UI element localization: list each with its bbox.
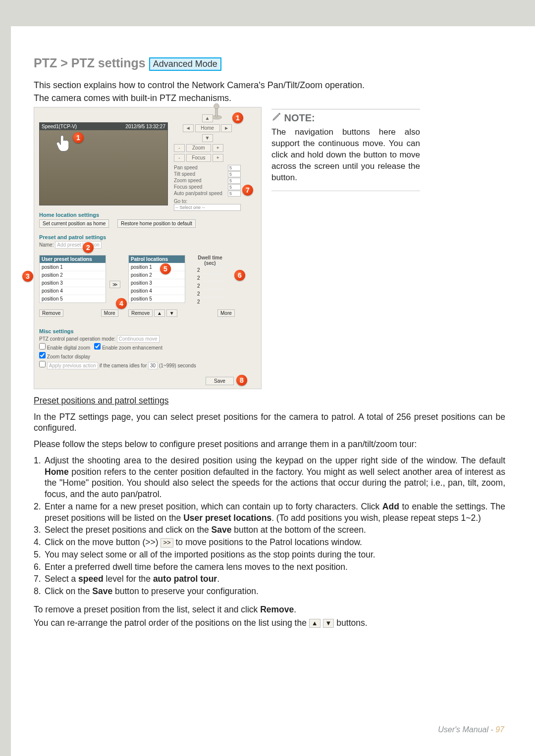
- preset-remove-button[interactable]: Remove: [39, 309, 63, 317]
- auto-speed-select[interactable]: 5: [228, 191, 241, 197]
- reorder-note-before: You can re-arrange the patrol order of t…: [34, 618, 309, 628]
- patrol-header: Patrol locations: [129, 255, 185, 263]
- list-item[interactable]: position 4: [129, 287, 185, 295]
- zoom-speed-label: Zoom speed: [174, 178, 202, 184]
- zoom-in-button[interactable]: +: [213, 144, 223, 152]
- callout-4: 4: [116, 298, 127, 309]
- zoom-label: Zoom: [186, 144, 211, 152]
- dwell-time-column: Dwell time (sec) 2 2 2 2 2: [195, 255, 225, 305]
- enable-digital-zoom-label: Enable digital zoom: [47, 345, 90, 351]
- focus-far-button[interactable]: +: [213, 154, 223, 162]
- callout-5: 5: [160, 263, 171, 274]
- dwell-value[interactable]: 2: [195, 290, 225, 298]
- apply-previous-action-select[interactable]: Apply previous action: [47, 362, 98, 369]
- dwell-value[interactable]: 2: [195, 298, 225, 305]
- nav-up-button[interactable]: ▲: [202, 114, 213, 122]
- patrol-up-button[interactable]: ▲: [154, 309, 165, 317]
- patrol-remove-button[interactable]: Remove: [128, 309, 153, 317]
- pan-speed-label: Pan speed: [174, 165, 198, 171]
- nav-home-button[interactable]: Home: [195, 124, 220, 132]
- dwell-header: Dwell time (sec): [195, 255, 225, 266]
- intro-line-2: The camera comes with built-in PTZ mecha…: [34, 93, 505, 104]
- title-text: PTZ > PTZ settings: [34, 56, 146, 70]
- stream-name: Speed1(TCP-V): [42, 124, 77, 129]
- page-footer: User's Manual - 97: [438, 725, 504, 734]
- callout-8: 8: [236, 375, 247, 386]
- ptz-settings-figure: Speed1(TCP-V) 2012/9/5 13:32:27 ▲ ◄ Home: [34, 107, 262, 389]
- list-item[interactable]: position 4: [40, 287, 106, 295]
- list-item[interactable]: position 5: [40, 295, 106, 302]
- advanced-mode-badge: Advanced Mode: [149, 57, 221, 71]
- dwell-value[interactable]: 2: [195, 274, 225, 282]
- list-item[interactable]: position 2: [40, 271, 106, 279]
- enable-digital-zoom-checkbox[interactable]: [39, 343, 46, 350]
- ptz-mode-label: PTZ control panel operation mode:: [39, 336, 115, 342]
- dwell-value[interactable]: 2: [195, 266, 225, 274]
- steps-list: 1.Adjust the shooting area to the desire…: [34, 455, 505, 597]
- ptz-mode-select[interactable]: Continuous move: [117, 335, 160, 343]
- list-item[interactable]: position 3: [129, 279, 185, 287]
- page-title: PTZ > PTZ settings Advanced Mode: [34, 56, 505, 71]
- section2-lead: Please follow the steps below to configu…: [34, 439, 505, 450]
- down-button-inline: ▼: [323, 619, 334, 628]
- save-button[interactable]: Save: [206, 377, 234, 385]
- home-section-title: Home location settings: [39, 212, 256, 218]
- top-gutter: [0, 0, 535, 26]
- zoom-factor-display-label: Zoom factor display: [47, 354, 90, 359]
- focus-speed-select[interactable]: 5: [228, 184, 241, 190]
- set-home-button[interactable]: Set current position as home: [39, 219, 109, 228]
- idle-unit-label: (1~999) seconds: [159, 363, 196, 368]
- callout-1a: 1: [232, 112, 243, 123]
- goto-select[interactable]: -- Select one --: [174, 204, 241, 211]
- list-item[interactable]: position 1: [40, 263, 106, 271]
- tilt-speed-select[interactable]: 5: [228, 171, 241, 177]
- note-divider: [271, 191, 420, 191]
- note-body: The navigation buttons here also support…: [271, 127, 420, 184]
- zoom-factor-display-checkbox[interactable]: [39, 352, 46, 358]
- auto-speed-label: Auto pan/patrol speed: [174, 191, 222, 197]
- patrol-list[interactable]: Patrol locations position 1 position 2 p…: [128, 255, 185, 303]
- tilt-speed-label: Tilt speed: [174, 171, 195, 177]
- preset-name-input[interactable]: Add preset location: [55, 241, 102, 249]
- left-gutter: [0, 26, 11, 756]
- move-button-inline: >>: [160, 538, 173, 548]
- reorder-note-after: buttons.: [336, 618, 367, 628]
- page-number: 97: [495, 725, 504, 734]
- list-item[interactable]: position 2: [129, 271, 185, 279]
- nav-right-button[interactable]: ►: [221, 124, 232, 132]
- zoom-out-button[interactable]: -: [174, 144, 185, 152]
- preset-section-title: Preset and patrol settings: [39, 234, 256, 240]
- nav-left-button[interactable]: ◄: [183, 124, 194, 132]
- nav-down-button[interactable]: ▼: [202, 134, 213, 142]
- list-item[interactable]: position 3: [40, 279, 106, 287]
- apply-previous-action-checkbox[interactable]: [39, 361, 46, 367]
- zoom-speed-select[interactable]: 5: [228, 178, 241, 184]
- enable-zoom-enhancement-label: Enable zoom enhancement: [102, 345, 162, 351]
- callout-3: 3: [22, 271, 33, 282]
- dwell-value[interactable]: 2: [195, 282, 225, 290]
- focus-near-button[interactable]: -: [174, 154, 185, 162]
- note-box: NOTE: The navigation buttons here also s…: [271, 109, 420, 191]
- up-button-inline: ▲: [309, 619, 321, 628]
- preset-more-button[interactable]: More: [101, 309, 118, 317]
- footer-label: User's Manual -: [438, 725, 495, 734]
- step-6: 6.Enter a preferred dwell time before th…: [34, 561, 505, 573]
- patrol-down-button[interactable]: ▼: [166, 309, 177, 317]
- step-1: 1.Adjust the shooting area to the desire…: [34, 455, 505, 500]
- callout-2: 2: [83, 242, 94, 253]
- note-title: NOTE:: [284, 112, 315, 123]
- move-to-patrol-button[interactable]: ≫: [109, 281, 120, 288]
- restore-home-button[interactable]: Restore home position to default: [117, 219, 196, 228]
- list-item[interactable]: position 5: [129, 295, 185, 302]
- idle-label: if the camera idles for: [100, 363, 147, 368]
- preset-name-label: Name:: [39, 242, 54, 248]
- pan-speed-select[interactable]: 5: [228, 165, 241, 171]
- dwell-more-button[interactable]: More: [217, 309, 235, 317]
- enable-zoom-enhancement-checkbox[interactable]: [94, 343, 101, 350]
- section2-intro: In the PTZ settings page, you can select…: [34, 411, 505, 434]
- idle-seconds-input[interactable]: 30: [148, 362, 158, 369]
- hand-cursor-icon: [54, 133, 75, 153]
- step-4: 4.Click on the move button (>>) >> to mo…: [34, 537, 505, 548]
- list-item[interactable]: position 1: [129, 263, 185, 271]
- user-preset-list[interactable]: User preset locations position 1 positio…: [39, 255, 106, 303]
